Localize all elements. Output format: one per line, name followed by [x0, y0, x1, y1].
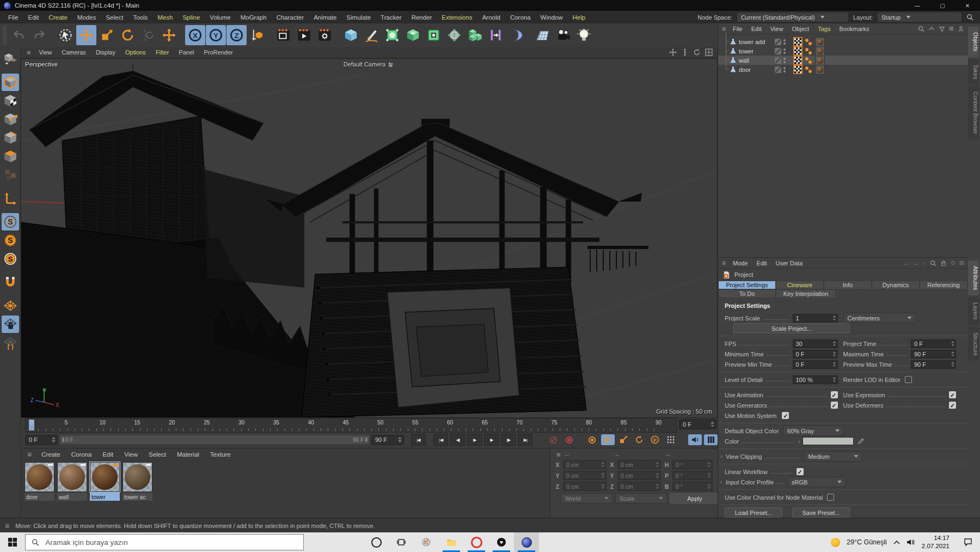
object-row[interactable]: tower: [718, 46, 968, 56]
menu-file[interactable]: File: [3, 14, 23, 21]
goto-end-button[interactable]: ▶|: [518, 434, 532, 446]
linear-workflow-checkbox[interactable]: ✓: [797, 468, 804, 475]
project-time-field[interactable]: 0 F: [911, 339, 956, 348]
recent-psr-icon[interactable]: PSR: [138, 25, 158, 45]
input-profile-dropdown[interactable]: sRGB: [787, 477, 846, 487]
spline-pen-icon[interactable]: [362, 25, 382, 45]
coordinate-system-icon[interactable]: [247, 25, 267, 45]
rotate-tool-icon[interactable]: [118, 25, 138, 45]
search-icon[interactable]: [966, 14, 973, 21]
filter-icon[interactable]: [939, 26, 945, 32]
enable-snap-icon[interactable]: S: [2, 213, 19, 230]
expander-icon[interactable]: ›: [720, 453, 724, 459]
material-name[interactable]: tower ac: [122, 493, 152, 501]
menu-select[interactable]: Select: [101, 14, 128, 21]
record-parameter-icon[interactable]: P: [648, 434, 662, 445]
redo-icon[interactable]: [29, 25, 50, 45]
tab-layers[interactable]: Layers: [968, 297, 979, 325]
render-view-icon[interactable]: [273, 25, 293, 45]
media-app-icon[interactable]: [489, 532, 514, 552]
move-tool-icon[interactable]: [76, 25, 96, 45]
record-scale-icon[interactable]: [617, 434, 630, 445]
menu-character[interactable]: Character: [272, 14, 309, 21]
camera-icon[interactable]: [553, 25, 573, 45]
render-visibility-dots[interactable]: [783, 67, 786, 72]
mat-menu-view[interactable]: View: [119, 451, 143, 458]
autokey-button[interactable]: [585, 434, 599, 445]
lock-workplane-icon[interactable]: [2, 316, 19, 333]
close-button[interactable]: ✕: [955, 0, 980, 11]
menu-animate[interactable]: Animate: [309, 14, 341, 21]
expander-icon[interactable]: ›: [720, 479, 724, 485]
file-explorer-icon[interactable]: [439, 532, 464, 552]
phong-tag-icon[interactable]: [793, 37, 803, 46]
mat-menu-corona[interactable]: Corona: [66, 451, 97, 458]
symmetry-icon[interactable]: [486, 25, 506, 45]
tab-cineware[interactable]: Cineware: [776, 281, 824, 289]
material-tag-icon[interactable]: [815, 56, 825, 65]
previous-frame-button[interactable]: ◀|: [450, 434, 465, 446]
selection-tag-icon[interactable]: [805, 66, 813, 74]
rot-p-field[interactable]: 0 °: [672, 471, 713, 480]
selection-tag-icon[interactable]: [805, 38, 813, 46]
default-color-dropdown[interactable]: 60% Gray: [783, 426, 844, 436]
use-deformers-checkbox[interactable]: ✓: [949, 402, 956, 409]
material-item[interactable]: wall: [57, 462, 87, 501]
opera-icon[interactable]: [464, 532, 489, 552]
tab-project-settings[interactable]: Project Settings: [718, 281, 776, 289]
mat-menu-material[interactable]: Material: [171, 451, 205, 458]
editor-visibility-toggle[interactable]: [775, 39, 781, 45]
timeline-ruler[interactable]: 05 1015 2025 3035 4045 5055 6065 7075 80…: [25, 418, 677, 433]
timeline-mode-icon[interactable]: [704, 434, 718, 445]
editor-visibility-toggle[interactable]: [775, 57, 781, 64]
start-button[interactable]: [0, 532, 25, 552]
menu-modes[interactable]: Modes: [72, 14, 101, 21]
axis-y-lock-icon[interactable]: Y: [206, 25, 226, 45]
tab-content-browser[interactable]: Content Browser: [968, 86, 979, 139]
hamburger-icon[interactable]: ≡: [554, 451, 563, 459]
user-icon[interactable]: [958, 26, 964, 32]
view-pan-icon[interactable]: [669, 48, 677, 56]
menu-tracker[interactable]: Tracker: [376, 14, 407, 21]
tweak-mode-icon[interactable]: [2, 166, 19, 184]
planar-workplane-icon[interactable]: ( ): [2, 334, 19, 351]
weather-icon[interactable]: [831, 538, 840, 547]
next-key-button[interactable]: |▶: [501, 434, 516, 446]
toolbar-drag-handle[interactable]: [3, 26, 7, 45]
pos-z-field[interactable]: 0 cm: [563, 482, 607, 491]
menu-volume[interactable]: Volume: [205, 14, 235, 21]
phong-tag-icon[interactable]: [793, 46, 803, 56]
record-disabled-icon[interactable]: [547, 434, 560, 445]
vp-menu-options[interactable]: Options: [120, 49, 151, 56]
attr-menu-edit[interactable]: Edit: [752, 260, 771, 266]
object-row[interactable]: door: [718, 65, 968, 74]
menu-spline[interactable]: Spline: [177, 14, 205, 21]
material-name[interactable]: door: [24, 493, 54, 501]
workplane-icon[interactable]: [2, 297, 19, 314]
attr-menu-mode[interactable]: Mode: [728, 260, 752, 266]
render-visibility-dots[interactable]: [783, 48, 786, 54]
editor-visibility-toggle[interactable]: [775, 66, 781, 73]
apply-button[interactable]: Apply: [670, 493, 720, 504]
texture-mode-icon[interactable]: [2, 92, 19, 110]
tab-key-interpolation[interactable]: Key Interpolation: [776, 289, 836, 298]
view-zoom-icon[interactable]: [681, 48, 689, 56]
menu-corona[interactable]: Corona: [505, 14, 536, 21]
view-toggle-icon[interactable]: [705, 48, 713, 56]
new-panel-icon[interactable]: ⊞: [959, 259, 964, 266]
hamburger-icon[interactable]: ≡: [23, 450, 36, 459]
use-expression-checkbox[interactable]: ✓: [949, 391, 956, 398]
lod-field[interactable]: 100 %: [793, 375, 838, 384]
om-menu-tags[interactable]: Tags: [813, 26, 835, 32]
project-scale-field[interactable]: 1: [793, 314, 838, 323]
vp-menu-panel[interactable]: Panel: [174, 49, 199, 56]
history-back-icon[interactable]: ←: [903, 260, 909, 266]
subdivision-surface-icon[interactable]: [382, 25, 402, 45]
next-frame-button[interactable]: ▶: [484, 434, 499, 446]
scale-project-button[interactable]: Scale Project...: [733, 323, 850, 333]
array-generator-icon[interactable]: [465, 25, 485, 45]
search-icon[interactable]: [930, 260, 936, 266]
material-name[interactable]: tower: [90, 493, 120, 501]
vp-menu-cameras[interactable]: Cameras: [57, 49, 91, 56]
record-button[interactable]: [562, 434, 576, 445]
